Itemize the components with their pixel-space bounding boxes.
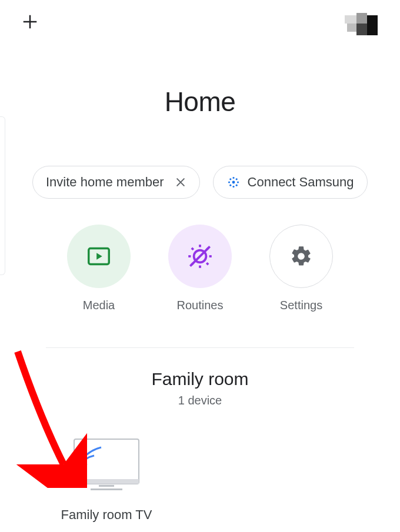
svg-rect-22 — [99, 485, 114, 487]
cast-tv-icon — [72, 438, 141, 493]
svg-point-5 — [229, 178, 231, 180]
room-device-count: 1 device — [0, 394, 400, 407]
svg-rect-23 — [91, 488, 122, 490]
svg-rect-21 — [74, 479, 139, 484]
chip-label: Invite home member — [46, 175, 164, 190]
svg-line-16 — [192, 248, 194, 250]
account-avatar[interactable] — [345, 13, 381, 39]
chip-label: Connect Samsung — [248, 175, 354, 190]
suggestion-chips: Invite home member Connect Samsung — [0, 166, 400, 199]
room-section: Family room 1 device — [0, 369, 400, 407]
action-settings[interactable]: Settings — [269, 225, 333, 312]
action-label: Routines — [177, 299, 224, 312]
action-label: Settings — [280, 299, 322, 312]
plus-icon — [21, 13, 39, 31]
svg-line-19 — [206, 248, 208, 250]
add-button[interactable] — [21, 13, 39, 31]
svg-point-3 — [228, 181, 229, 183]
action-label: Media — [83, 299, 115, 312]
svg-point-8 — [235, 185, 237, 186]
routines-icon — [185, 242, 215, 271]
svg-line-18 — [192, 263, 194, 265]
svg-point-0 — [232, 181, 235, 184]
action-media[interactable]: Media — [67, 225, 131, 312]
svg-point-6 — [235, 178, 237, 180]
svg-point-4 — [236, 181, 238, 183]
media-icon — [85, 243, 112, 270]
left-edge-panel — [0, 116, 5, 275]
action-routines[interactable]: Routines — [168, 225, 232, 312]
svg-line-17 — [206, 263, 208, 265]
device-label: Family room TV — [61, 507, 152, 523]
divider — [46, 347, 354, 348]
svg-point-1 — [232, 177, 234, 179]
svg-point-2 — [232, 186, 234, 188]
smartthings-icon — [226, 175, 241, 189]
device-tile-family-room-tv[interactable]: Family room TV — [51, 438, 162, 523]
gear-icon — [289, 245, 313, 268]
svg-point-7 — [229, 185, 231, 186]
chip-invite-member[interactable]: Invite home member — [32, 166, 200, 199]
quick-actions: Media Routines — [0, 225, 400, 312]
room-name: Family room — [0, 369, 400, 389]
close-icon[interactable] — [175, 176, 186, 188]
page-title: Home — [0, 86, 400, 118]
chip-connect-samsung[interactable]: Connect Samsung — [213, 166, 368, 199]
